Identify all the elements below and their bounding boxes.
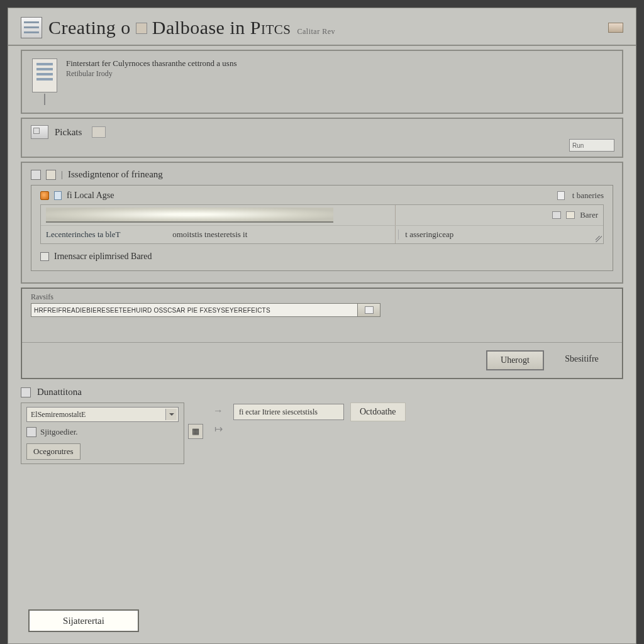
bottom-heading: Dunattitona [37,387,82,397]
intro-connector-icon [44,94,45,105]
title-bar: Creating o Dalboase in Pitcs Calitar Rev [8,8,636,46]
button-bar: Uherogt Sbesitifre [22,342,622,378]
app-icon [21,17,42,38]
field-header-row: fi Local Agse t baneries [40,191,604,201]
transfer-arrows: → ↦ [213,402,223,435]
grid-tool-b-icon[interactable] [566,211,575,219]
arrow-right-alt-icon[interactable]: ↦ [214,423,223,435]
arrow-right-icon[interactable]: → [213,405,223,416]
local-field-label: fi Local Agse [67,191,114,201]
checkbox-label: Irnensacr eiplimrised Bared [54,252,152,262]
picks-panel: Pickats [21,118,623,158]
status-panel: Ravsifs Uherogt Sbesitifre [21,287,623,379]
grid-cell-a: Lecenterinches ta bleT [46,230,167,240]
thumbnail-icon[interactable] [92,126,106,138]
app-frame: Creating o Dalboase in Pitcs Calitar Rev… [8,8,636,644]
checkbox[interactable] [40,252,49,261]
secondary-button[interactable]: Sbesitifre [553,350,611,370]
title-prefix: Creating o [48,17,131,38]
picks-label: Pickats [55,127,82,138]
assignment-panel: | Issedigntenor of frineang fi Local Ags… [21,162,623,284]
intro-line: Finterstart fer Culyrnoces thasranthe ce… [66,58,236,69]
file-icon [557,191,565,200]
intro-subline: Retibular Irody [66,69,236,79]
right-column: fi ectar Itriere siescetstisls Octdoathe [233,402,406,421]
grid-cell-b: omoitstis tnesteretsis it [172,230,393,240]
grid-header: Barer [41,205,603,226]
assignment-inner: fi Local Agse t baneries Barer Lecenteri… [31,185,613,271]
side-tool-button[interactable]: ▦ [188,424,203,439]
intro-text: Finterstart fer Culyrnoces thasranthe ce… [66,58,236,79]
type-select-value: ElSemiremostaltE [31,410,86,419]
target-field-value: fi ectar Itriere siescetstisls [239,408,318,417]
status-label: Ravsifs [31,292,613,302]
bottom-header: Dunattitona [21,387,623,397]
folder-icon[interactable] [31,125,48,139]
doc-icon [54,191,62,200]
intro-icon-group [32,58,57,105]
bottom-section: Dunattitona ElSemiremostaltE Sjitgoedier… [21,387,623,464]
left-column: ElSemiremostaltE Sjitgoedier. Ocegorutre… [21,402,203,464]
separator-icon: | [61,169,63,180]
primary-button[interactable]: Uherogt [486,350,544,370]
page-subtitle: Calitar Rev [297,27,335,36]
grid-cell-c: t asseringiceap [398,230,598,240]
target-field[interactable]: fi ectar Itriere siescetstisls [233,404,344,420]
left-stack: ElSemiremostaltE Sjitgoedier. Ocegorutre… [21,402,184,464]
resize-handle-icon[interactable] [596,236,602,242]
bottom-body: ElSemiremostaltE Sjitgoedier. Ocegorutre… [21,402,623,464]
header-icon-b[interactable] [46,170,56,180]
list-item-icon [26,427,36,437]
title-mid: Dalboase [152,17,225,38]
assignment-grid: Barer Lecenterinches ta bleT omoitstis t… [40,204,604,244]
right-column-label: t baneries [572,191,604,201]
chevron-down-icon[interactable] [165,409,177,420]
grid-row[interactable]: Lecenterinches ta bleT omoitstis tnester… [41,226,603,243]
title-caps: Pitcs [250,17,291,38]
header-icon-a[interactable] [31,170,41,180]
status-row [31,303,613,317]
intro-panel: Finterstart fer Culyrnoces thasranthe ce… [21,50,623,114]
grid-tool-a-icon[interactable] [552,211,561,219]
window-badge-icon [608,23,623,33]
checkbox-row[interactable]: Irnensacr eiplimrised Bared [40,252,604,262]
bottom-header-icon [21,387,31,397]
picks-small-field[interactable] [569,139,614,152]
create-button[interactable]: Octdoathe [350,402,406,421]
page-title: Creating o Dalboase in Pitcs Calitar Rev [48,17,335,38]
assignment-header: | Issedigntenor of frineang [31,169,613,180]
grid-header-right-label: Barer [580,210,598,220]
status-field[interactable] [31,303,358,317]
document-icon [32,58,57,92]
list-item[interactable]: Sjitgoedier. [26,426,179,438]
status-browse-button[interactable] [358,303,380,317]
db-icon [40,191,49,200]
search-input[interactable] [46,208,333,223]
title-in: in [230,17,245,38]
categories-button[interactable]: Ocegorutres [26,443,80,460]
list-item-label: Sjitgoedier. [40,427,78,437]
tool-icon: ▦ [192,426,199,436]
type-select[interactable]: ElSemiremostaltE [26,407,179,422]
browse-icon [365,306,374,314]
footer-button[interactable]: Sijaterertai [28,609,139,632]
assignment-heading: Issedigntenor of frineang [68,169,163,180]
title-inline-icon [136,23,147,34]
